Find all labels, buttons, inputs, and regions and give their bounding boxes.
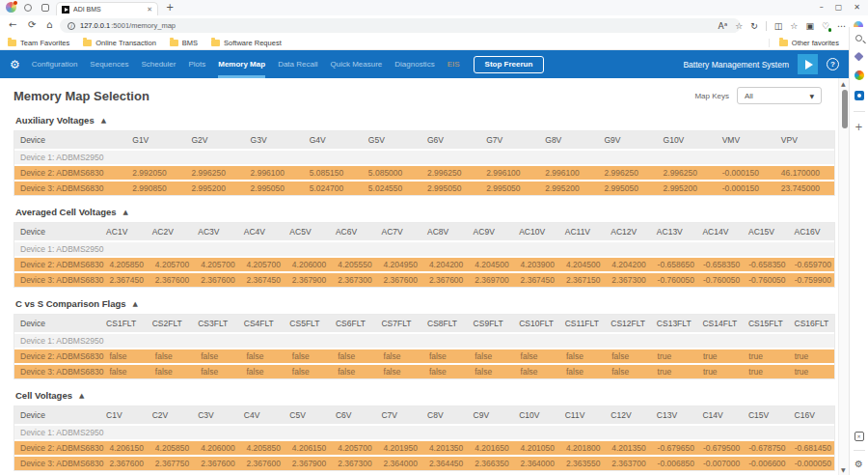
read-aloud-icon[interactable]: Aᵃ bbox=[719, 21, 728, 31]
table-header-row: DeviceCS1FLTCS2FLTCS3FLTCS4FLTCS5FLTCS6F… bbox=[14, 315, 834, 332]
other-favorites[interactable]: Other favorites bbox=[769, 39, 849, 47]
table-row[interactable]: Device 3: ADBMS68302.3674502.3676002.367… bbox=[14, 273, 834, 287]
app-nav-right: Battery Management System ? bbox=[683, 50, 849, 78]
device-cell: Device 2: ADBMS6830 bbox=[14, 351, 103, 361]
scrollbar-thumb[interactable] bbox=[842, 90, 848, 128]
table-row[interactable]: Device 2: ADBMS68302.9920502.9962502.996… bbox=[14, 166, 834, 180]
col-ac10v: AC10V bbox=[513, 227, 559, 237]
value-cell: 2.366350 bbox=[469, 459, 514, 468]
value-cell: 4.206000 bbox=[286, 260, 332, 269]
collapse-icon[interactable]: ▲ bbox=[101, 117, 106, 125]
value-cell: true bbox=[743, 351, 788, 361]
nav-item-eis[interactable]: EIS bbox=[448, 50, 460, 78]
new-tab-button[interactable]: + bbox=[166, 3, 174, 13]
help-icon[interactable]: ? bbox=[827, 58, 839, 70]
bookmark-online-transaction[interactable]: Online Transaction bbox=[83, 39, 156, 47]
home-icon[interactable]: ⌂ bbox=[46, 19, 52, 31]
collections-icon[interactable]: ▣ bbox=[805, 21, 814, 31]
sidebar-settings-icon[interactable]: ⚙ bbox=[854, 460, 863, 469]
profile-avatar-icon[interactable] bbox=[6, 2, 16, 13]
browser-tab[interactable]: ADI BMS ✕ bbox=[56, 2, 158, 15]
value-cell: 5.024550 bbox=[363, 183, 421, 193]
settings-gear-icon[interactable]: ⚙ bbox=[10, 59, 20, 70]
screenshot-icon[interactable] bbox=[854, 432, 864, 441]
table-row[interactable]: Device 2: ADBMS68304.2058504.2057004.205… bbox=[14, 258, 834, 271]
favorites-icon[interactable]: ☆ bbox=[790, 21, 798, 31]
shopping-icon[interactable] bbox=[854, 52, 864, 62]
nav-item-configuration[interactable]: Configuration bbox=[32, 50, 78, 78]
scroll-down-icon[interactable]: ▼ bbox=[841, 466, 846, 473]
maximize-button[interactable]: ▢ bbox=[835, 4, 843, 12]
page-scrollbar[interactable]: ▲ ▼ bbox=[838, 78, 849, 475]
scroll-up-icon[interactable]: ▲ bbox=[841, 80, 846, 87]
page-header: Memory Map Selection Map Keys All ▼ bbox=[14, 87, 835, 104]
map-keys-select[interactable]: All ▼ bbox=[737, 87, 822, 104]
address-bar[interactable]: i 127.0.0.1:5001/memory_map bbox=[60, 18, 741, 33]
drop-icon[interactable] bbox=[854, 91, 864, 100]
search-icon[interactable] bbox=[855, 35, 862, 42]
table-row[interactable]: Device 3: ADBMS6830falsefalsefalsefalsef… bbox=[14, 365, 834, 378]
table-row[interactable]: Device 1: ADBMS2950 bbox=[14, 242, 834, 256]
back-icon[interactable]: ← bbox=[9, 19, 16, 31]
tab-actions-icon[interactable] bbox=[41, 4, 49, 12]
table-row[interactable]: Device 3: ADBMS68302.3676002.3677502.367… bbox=[14, 457, 834, 470]
workspaces-icon[interactable] bbox=[24, 4, 32, 12]
table-row[interactable]: Device 1: ADBMS2950 bbox=[14, 426, 834, 439]
microsoft365-icon[interactable] bbox=[854, 70, 864, 80]
value-cell: 2.367450 bbox=[103, 275, 149, 285]
device-cell: Device 1: ADBMS2950 bbox=[14, 244, 103, 254]
bookmark-team-favorites[interactable]: Team Favorites bbox=[8, 39, 69, 47]
browser-essentials-icon[interactable]: ♡ bbox=[822, 21, 829, 31]
map-keys-control: Map Keys All ▼ bbox=[694, 87, 835, 104]
section-table: DeviceC1VC2VC3VC4VC5VC6VC7VC8VC9VC10VC11… bbox=[14, 405, 835, 471]
site-info-icon[interactable]: i bbox=[68, 22, 75, 30]
bookmark-software-request[interactable]: Software Request bbox=[211, 39, 282, 47]
value-cell: 2.996100 bbox=[245, 168, 304, 178]
col-device: Device bbox=[14, 227, 100, 237]
table-row[interactable]: Device 1: ADBMS2950 bbox=[14, 151, 834, 164]
collapse-icon[interactable]: ▲ bbox=[133, 300, 138, 308]
col-cs6flt: CS6FLT bbox=[330, 319, 376, 328]
minimize-button[interactable]: – bbox=[820, 4, 824, 12]
sections-container: Auxiliary Voltages▲DeviceG1VG2VG3VG4VG5V… bbox=[14, 115, 835, 471]
nav-item-diagnostics[interactable]: Diagnostics bbox=[394, 50, 434, 78]
col-ac4v: AC4V bbox=[238, 227, 285, 237]
value-cell: false bbox=[332, 367, 377, 377]
add-favorite-icon[interactable]: ☆ bbox=[735, 21, 743, 31]
add-sidebar-item-icon[interactable]: + bbox=[854, 123, 862, 132]
collapse-icon[interactable]: ▲ bbox=[123, 209, 128, 216]
table-row[interactable]: Device 3: ADBMS68302.9908502.9952002.995… bbox=[14, 182, 834, 195]
value-cell: 2.995050 bbox=[245, 183, 304, 193]
value-cell: false bbox=[560, 367, 606, 377]
table-row[interactable]: Device 2: ADBMS6830falsefalsefalsefalsef… bbox=[14, 349, 834, 363]
nav-item-memory-map[interactable]: Memory Map bbox=[218, 50, 265, 78]
nav-item-scheduler[interactable]: Scheduler bbox=[141, 50, 176, 78]
value-cell: 2.995200 bbox=[539, 183, 598, 193]
section-cell-voltages: Cell Voltages▲DeviceC1VC2VC3VC4VC5VC6VC7… bbox=[14, 390, 835, 471]
sidebar-bottom: ⚙ bbox=[854, 432, 865, 475]
table-row[interactable]: Device 1: ADBMS2950 bbox=[14, 334, 834, 348]
col-ac13v: AC13V bbox=[651, 227, 697, 237]
value-cell: 2.996250 bbox=[185, 168, 244, 178]
nav-item-sequences[interactable]: Sequences bbox=[90, 50, 128, 78]
more-options-icon[interactable]: ⋯ bbox=[837, 21, 846, 31]
nav-item-quick-measure[interactable]: Quick Measure bbox=[330, 50, 382, 78]
col-c2v: C2V bbox=[147, 410, 193, 420]
nav-item-plots[interactable]: Plots bbox=[188, 50, 205, 78]
play-button[interactable] bbox=[798, 54, 818, 74]
table-row[interactable]: Device 2: ADBMS68304.2061504.2058504.206… bbox=[14, 441, 834, 455]
value-cell: -0.759900 bbox=[789, 275, 834, 285]
sync-icon[interactable]: ↻ bbox=[750, 21, 758, 31]
nav-item-data-recall[interactable]: Data Recall bbox=[278, 50, 317, 78]
split-screen-icon[interactable]: ◫ bbox=[774, 21, 783, 31]
value-cell: 2.992050 bbox=[126, 168, 185, 178]
refresh-icon[interactable]: ⟳ bbox=[28, 19, 36, 31]
collapse-icon[interactable]: ▲ bbox=[79, 392, 84, 400]
map-keys-label: Map Keys bbox=[694, 92, 729, 100]
bookmark-bms[interactable]: BMS bbox=[170, 39, 198, 47]
value-cell: 46.170000 bbox=[775, 168, 834, 178]
close-button[interactable]: ✕ bbox=[854, 4, 860, 12]
tab-close-icon[interactable]: ✕ bbox=[147, 6, 152, 14]
stop-freerun-button[interactable]: Stop Freerun bbox=[474, 56, 545, 73]
col-ac6v: AC6V bbox=[330, 227, 376, 237]
